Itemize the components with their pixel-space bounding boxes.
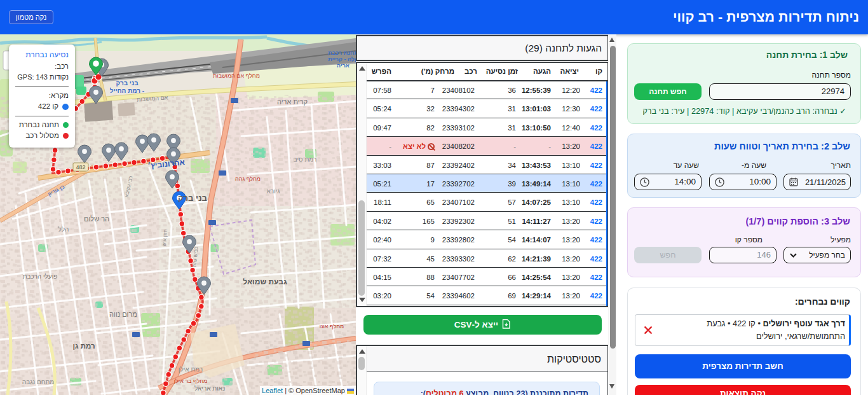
svg-text:מחלף גהה: מחלף גהה [235, 176, 261, 182]
svg-text:קרית אריה: קרית אריה [277, 98, 308, 106]
svg-text:בני ברק: בני ברק [178, 193, 207, 203]
svg-text:מחלף אם המושבות: מחלף אם המושבות [213, 73, 260, 79]
svg-text:רמת סיב: רמת סיב [294, 156, 317, 163]
svg-text:מרום נווה: מרום נווה [109, 310, 137, 318]
svg-text:מחלף בר אילן: מחלף בר אילן [174, 378, 208, 384]
svg-text:רמת אילן: רמת אילן [179, 366, 203, 373]
svg-text:מחלף אונו: מחלף אונו [320, 323, 344, 329]
svg-text:תחנת רכבת: תחנת רכבת [328, 50, 356, 56]
svg-text:רמת גן: רמת גן [72, 342, 95, 350]
svg-text:בני ברק: בני ברק [116, 80, 139, 87]
svg-text:482: 482 [76, 164, 85, 170]
svg-text:מתחם נגבה: מתחם נגבה [22, 378, 54, 385]
svg-text:הלל: הלל [58, 226, 69, 233]
svg-text:קלה - קריית: קלה - קריית [328, 56, 356, 62]
svg-text:פועלי הרכבת: פועלי הרכבת [23, 273, 58, 280]
svg-text:אריה: אריה [337, 62, 349, 69]
svg-text:גיורא: גיורא [266, 188, 280, 195]
svg-text:גבעת שמואל: גבעת שמואל [243, 277, 287, 286]
svg-text:נאות אריאל: נאות אריאל [194, 385, 225, 392]
svg-text:- רמת החייל: - רמת החייל [110, 87, 144, 94]
svg-text:הר שלום: הר שלום [84, 215, 109, 223]
